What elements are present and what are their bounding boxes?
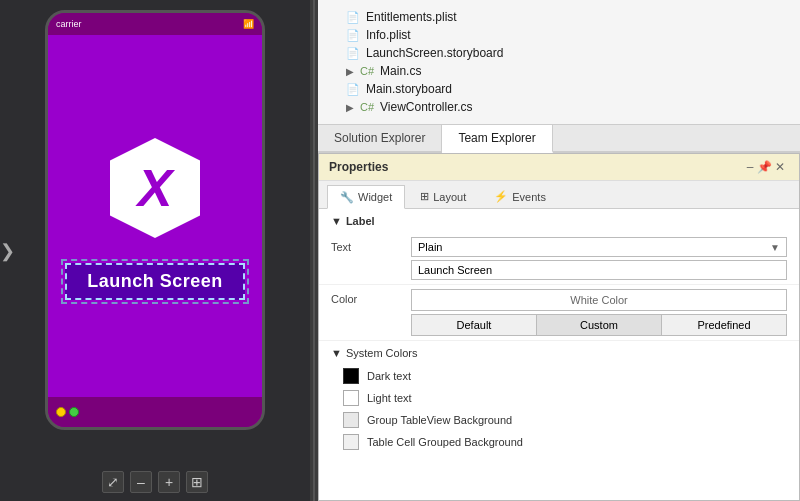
table-cell-grouped-label: Table Cell Grouped Background: [367, 436, 523, 448]
system-colors-label: System Colors: [346, 347, 418, 359]
cs-file-icon: C#: [360, 65, 374, 77]
properties-content: ▼ Label Text Plain ▼ Color White Color: [319, 209, 799, 500]
file-name: Main.cs: [380, 64, 421, 78]
cs-file-icon: C#: [360, 101, 374, 113]
file-icon: 📄: [346, 29, 360, 42]
dark-text-swatch: [343, 368, 359, 384]
color-property-label: Color: [331, 289, 411, 305]
file-icon: 📄: [346, 11, 360, 24]
text-property-value: Plain ▼: [411, 237, 787, 280]
list-item: 📄 Entitlements.plist: [330, 8, 788, 26]
file-name: Main.storyboard: [366, 82, 452, 96]
zoom-reset-button[interactable]: ⊞: [186, 471, 208, 493]
file-name: LaunchScreen.storyboard: [366, 46, 503, 60]
text-type-value: Plain: [418, 241, 442, 253]
layout-icon: ⊞: [420, 190, 429, 203]
pin-button[interactable]: – 📌 ✕: [743, 159, 789, 175]
properties-controls: – 📌 ✕: [743, 159, 789, 175]
properties-header: Properties – 📌 ✕: [319, 154, 799, 181]
layout-tab-label: Layout: [433, 191, 466, 203]
color-property-value: White Color Default Custom Predefined: [411, 289, 787, 336]
properties-title: Properties: [329, 160, 388, 174]
carrier-label: carrier: [56, 19, 82, 29]
group-tableview-swatch: [343, 412, 359, 428]
list-item: ▶ C# ViewController.cs: [330, 98, 788, 116]
file-name: ViewController.cs: [380, 100, 472, 114]
tab-solution-explorer[interactable]: Solution Explorer: [318, 125, 442, 151]
main-tab-bar: Solution Explorer Team Explorer: [318, 125, 800, 153]
dot-green: [69, 407, 79, 417]
text-type-select[interactable]: Plain ▼: [411, 237, 787, 257]
corner-dots: [56, 407, 79, 417]
text-property-row: Text Plain ▼: [319, 233, 799, 285]
group-tableview-label: Group TableView Background: [367, 414, 512, 426]
table-cell-grouped-swatch: [343, 434, 359, 450]
light-text-swatch: [343, 390, 359, 406]
zoom-in-button[interactable]: +: [158, 471, 180, 493]
zoom-controls: ⤢ – + ⊞: [102, 471, 208, 493]
color-item-group-tableview[interactable]: Group TableView Background: [319, 409, 799, 431]
phone-bottom-bar: [48, 397, 262, 427]
widget-tab-label: Widget: [358, 191, 392, 203]
tab-team-explorer[interactable]: Team Explorer: [442, 125, 552, 153]
events-icon: ⚡: [494, 190, 508, 203]
zoom-fit-button[interactable]: ⤢: [102, 471, 124, 493]
file-tree: 📄 Entitlements.plist 📄 Info.plist 📄 Laun…: [318, 0, 800, 125]
list-item: 📄 Main.storyboard: [330, 80, 788, 98]
hexagon-shape: X: [100, 133, 210, 243]
dot-yellow: [56, 407, 66, 417]
color-property-row: Color White Color Default Custom Predefi…: [319, 285, 799, 341]
text-property-label: Text: [331, 237, 411, 253]
list-item: ▶ C# Main.cs: [330, 62, 788, 80]
system-colors-arrow-icon: ▼: [331, 347, 342, 359]
right-panel: 📄 Entitlements.plist 📄 Info.plist 📄 Laun…: [318, 0, 800, 501]
color-item-dark-text[interactable]: Dark text: [319, 365, 799, 387]
phone-frame: carrier 📶 X Launch Screen: [45, 10, 265, 430]
expand-arrow-icon: ▶: [346, 66, 354, 77]
tab-layout[interactable]: ⊞ Layout: [407, 185, 479, 208]
widget-icon: 🔧: [340, 191, 354, 204]
phone-content: X Launch Screen: [48, 35, 262, 397]
select-arrow-icon: ▼: [770, 242, 780, 253]
hexagon-container: X: [100, 133, 210, 243]
events-tab-label: Events: [512, 191, 546, 203]
section-title: Label: [346, 215, 375, 227]
signal-icon: 📶: [243, 19, 254, 29]
expand-arrow-icon: ▶: [346, 102, 354, 113]
launch-screen-label: Launch Screen: [65, 263, 245, 300]
color-item-table-cell-grouped[interactable]: Table Cell Grouped Background: [319, 431, 799, 453]
system-colors-header: ▼ System Colors: [319, 341, 799, 365]
phone-status-bar: carrier 📶: [48, 13, 262, 35]
list-item: 📄 LaunchScreen.storyboard: [330, 44, 788, 62]
file-name: Entitlements.plist: [366, 10, 457, 24]
widget-tab-bar: 🔧 Widget ⊞ Layout ⚡ Events: [319, 181, 799, 209]
default-color-button[interactable]: Default: [411, 314, 536, 336]
file-icon: 📄: [346, 47, 360, 60]
color-display: White Color: [411, 289, 787, 311]
left-arrow-icon: ❯: [0, 240, 15, 262]
panel-divider: [310, 0, 318, 501]
text-value-input[interactable]: [411, 260, 787, 280]
predefined-color-button[interactable]: Predefined: [661, 314, 787, 336]
zoom-out-button[interactable]: –: [130, 471, 152, 493]
file-icon: 📄: [346, 83, 360, 96]
tab-events[interactable]: ⚡ Events: [481, 185, 559, 208]
tab-widget[interactable]: 🔧 Widget: [327, 185, 405, 209]
file-name: Info.plist: [366, 28, 411, 42]
color-item-light-text[interactable]: Light text: [319, 387, 799, 409]
light-text-label: Light text: [367, 392, 412, 404]
color-button-group: Default Custom Predefined: [411, 314, 787, 336]
phone-preview-panel: ❯ carrier 📶 X Launch Screen: [0, 0, 310, 501]
section-arrow-icon: ▼: [331, 215, 342, 227]
properties-panel: Properties – 📌 ✕ 🔧 Widget ⊞ Layout ⚡ Eve…: [318, 153, 800, 501]
x-letter: X: [138, 158, 173, 218]
dark-text-label: Dark text: [367, 370, 411, 382]
list-item: 📄 Info.plist: [330, 26, 788, 44]
custom-color-button[interactable]: Custom: [536, 314, 661, 336]
label-section-header: ▼ Label: [319, 209, 799, 233]
